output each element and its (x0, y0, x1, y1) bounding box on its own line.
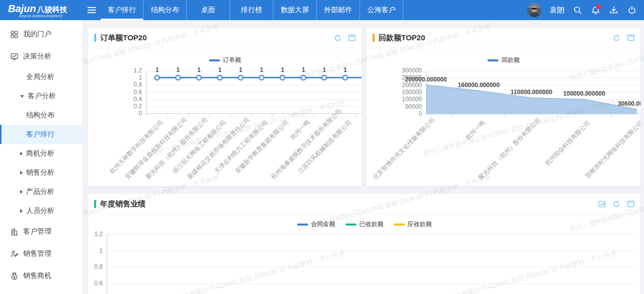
logo-tagline: Anyone,Anytime,Anywhere! (19, 14, 83, 18)
orders-top20-panel: 订单额TOP20 订单额1.210.80.60.40.201111111111杭… (88, 28, 362, 186)
sidebar-item-3[interactable]: 客户分析 (0, 87, 83, 106)
sidebar-item-label: 销售管理 (23, 249, 51, 258)
sidebar-item-label: 全局分析 (26, 72, 54, 82)
app-logo[interactable]: Bajun 八骏科技 Anyone,Anytime,Anywhere! (0, 0, 83, 20)
legend-marker (297, 224, 308, 226)
y-tick-label: 1.2 (88, 231, 103, 238)
topbar: Bajun 八骏科技 Anyone,Anytime,Anywhere! 客户排行… (0, 0, 644, 20)
payments-top20-panel: 回款额TOP20 回款额3000002500002000001500001000… (367, 28, 640, 186)
sidebar-item-label: 客户排行 (26, 130, 54, 139)
legend-marker (345, 224, 356, 226)
data-point[interactable] (343, 76, 347, 80)
data-point-label: 1 (191, 66, 206, 74)
notification-badge (596, 5, 601, 9)
data-point-label: 1 (296, 66, 311, 74)
power-icon[interactable] (627, 5, 637, 15)
opportunity-icon (10, 272, 19, 280)
sidebar-item-9[interactable]: 人员分析 (0, 201, 83, 220)
data-point[interactable] (280, 76, 284, 80)
sidebar-item-11[interactable]: 销售管理 (0, 243, 83, 265)
sidebar-item-label: 客户管理 (23, 227, 51, 236)
sidebar-item-4[interactable]: 结构分布 (0, 106, 83, 125)
sidebar-item-10[interactable]: 客户管理 (0, 220, 83, 243)
y-axis-line (107, 234, 107, 294)
data-point[interactable] (322, 76, 326, 80)
data-point-label: 1 (171, 66, 186, 74)
caret-right-icon (20, 209, 23, 213)
sidebar-item-label: 产品分析 (26, 187, 54, 196)
sidebar-item-label: 结构分布 (26, 111, 54, 120)
nav-tabs: 客户排行结构分布桌面排行榜数据大屏外部邮件公海客户 (100, 0, 403, 20)
payments-top20-chart[interactable]: 回款额3000002500002000001500001000005000002… (367, 28, 640, 186)
data-point-label: 1 (254, 66, 269, 74)
annual-sales-chart[interactable]: 合同金额已收款额应收款额1.210.80.6 (88, 194, 640, 294)
data-point[interactable] (196, 76, 201, 80)
legend-item[interactable]: 合同金额 (297, 220, 335, 229)
orders-top20-chart[interactable]: 订单额1.210.80.60.40.201111111111杭州天林数字科技有限… (88, 28, 362, 186)
legend-item[interactable]: 应收款额 (394, 220, 432, 229)
legend-label: 已收款额 (360, 220, 384, 229)
logo-text-cn: 八骏科技 (37, 5, 67, 15)
data-point[interactable] (155, 76, 159, 80)
data-point-label: 100000.000000 (551, 90, 617, 97)
sidebar-item-6[interactable]: 商机分析 (0, 144, 83, 163)
nav-tab-0[interactable]: 客户排行 (100, 0, 144, 20)
nav-tab-1[interactable]: 结构分布 (144, 0, 187, 20)
logo-text-en: Bajun (8, 3, 36, 15)
avatar[interactable] (527, 3, 541, 17)
nav-tab-6[interactable]: 公海客户 (360, 0, 403, 20)
data-point[interactable] (218, 76, 222, 80)
sidebar-item-label: 人员分析 (26, 206, 54, 215)
data-point-label: 1 (150, 66, 165, 74)
y-tick-label: 0.8 (88, 263, 103, 270)
sidebar-item-label: 决策分析 (23, 52, 51, 61)
y-gridline (107, 283, 634, 284)
bell-icon[interactable] (591, 5, 601, 15)
caret-right-icon (20, 152, 23, 156)
caret-right-icon (20, 190, 23, 194)
y-gridline (107, 251, 634, 251)
legend-item[interactable]: 已收款额 (345, 220, 384, 229)
download-icon[interactable] (609, 5, 619, 15)
sidebar: 我的门户决策分析全局分析客户分析结构分布客户排行商机分析销售分析产品分析人员分析… (0, 20, 83, 294)
nav-tab-3[interactable]: 排行榜 (230, 0, 273, 20)
annual-sales-panel: 年度销售业绩 合同金额已收款额应收款额1.210.80.6 (88, 194, 640, 294)
menu-toggle-icon[interactable] (83, 0, 100, 20)
sidebar-item-8[interactable]: 产品分析 (0, 182, 83, 201)
legend-label: 合同金额 (311, 220, 335, 229)
nav-tab-5[interactable]: 外部邮件 (317, 0, 360, 20)
sidebar-item-2[interactable]: 全局分析 (0, 67, 83, 87)
caret-right-icon (20, 171, 23, 175)
data-point[interactable] (259, 76, 264, 80)
y-tick-label: 1 (88, 247, 103, 254)
data-point-label: 1 (233, 66, 248, 74)
search-icon[interactable] (573, 5, 583, 15)
sidebar-item-label: 商机分析 (26, 149, 54, 158)
user-name[interactable]: 袁朗 (549, 6, 564, 15)
y-gridline (107, 267, 634, 267)
nav-tab-2[interactable]: 桌面 (187, 0, 230, 20)
sidebar-item-5[interactable]: 客户排行 (0, 125, 83, 144)
sidebar-item-label: 销售分析 (26, 168, 54, 177)
data-point[interactable] (176, 76, 180, 80)
sidebar-item-13[interactable]: 合同管理 (0, 287, 83, 294)
sales-icon (10, 250, 19, 258)
analysis-icon (10, 52, 19, 61)
sidebar-item-label: 我的门户 (23, 30, 51, 39)
sidebar-item-1[interactable]: 决策分析 (0, 45, 83, 67)
x-tick (452, 114, 453, 117)
x-tick (505, 114, 506, 117)
nav-tab-4[interactable]: 数据大屏 (273, 0, 317, 20)
sidebar-item-12[interactable]: 销售商机 (0, 265, 83, 287)
sidebar-item-label: 客户分析 (28, 92, 56, 101)
caret-down-icon (20, 95, 24, 98)
topbar-right: 袁朗 (527, 0, 644, 20)
main-content: 订单额TOP20 订单额1.210.80.60.40.201111111111杭… (83, 20, 644, 294)
data-point[interactable] (238, 76, 243, 80)
legend-marker (394, 224, 405, 226)
x-tick (611, 114, 611, 117)
sidebar-item-0[interactable]: 我的门户 (0, 23, 83, 45)
sidebar-item-7[interactable]: 销售分析 (0, 163, 83, 182)
data-point[interactable] (301, 76, 306, 80)
data-point-label: 1 (317, 66, 332, 74)
